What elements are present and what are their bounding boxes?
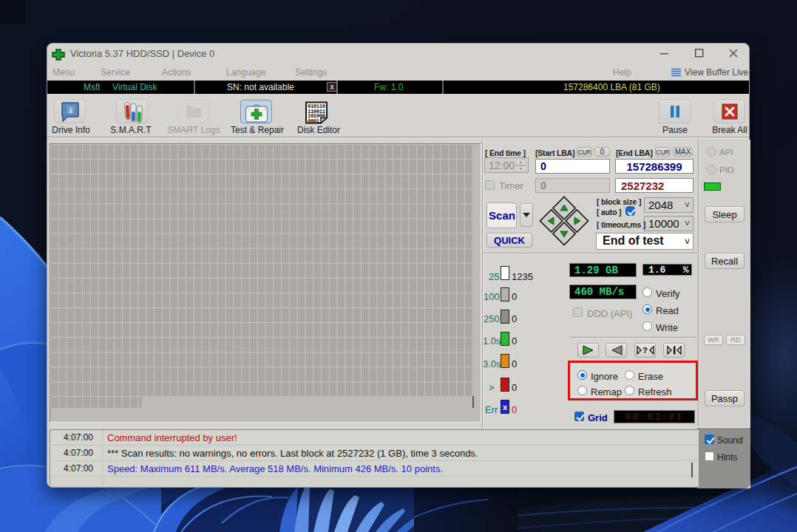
- svg-text:0001: 0001: [308, 118, 320, 124]
- svg-text:i: i: [69, 106, 72, 115]
- svg-text:?: ?: [642, 346, 648, 355]
